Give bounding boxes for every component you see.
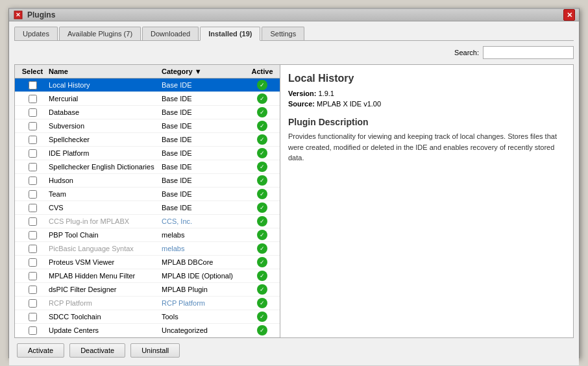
row-name: CVS (49, 204, 162, 212)
row-name: PicBasic Language Syntax (49, 245, 162, 252)
table-row[interactable]: IDE PlatformBase IDE✓ (15, 147, 280, 160)
plugin-name: Local History (288, 73, 565, 84)
active-check-icon: ✓ (257, 93, 267, 104)
row-checkbox[interactable] (16, 217, 49, 226)
table-row[interactable]: HudsonBase IDE✓ (15, 174, 280, 188)
row-checkbox[interactable] (16, 313, 49, 321)
active-check-icon: ✓ (257, 230, 267, 240)
active-check-icon: ✓ (257, 298, 267, 308)
row-name: Spellchecker English Dictionaries (49, 163, 162, 171)
row-active: ✓ (246, 107, 278, 117)
row-active: ✓ (246, 162, 278, 172)
row-active: ✓ (246, 175, 278, 186)
deactivate-button[interactable]: Deactivate (69, 343, 125, 358)
row-active: ✓ (246, 189, 278, 199)
row-checkbox[interactable] (16, 81, 49, 90)
row-checkbox[interactable] (16, 177, 49, 185)
table-row[interactable]: Spellchecker English DictionariesBase ID… (15, 160, 280, 174)
version-label: Version: (288, 90, 316, 97)
source-label: Source: (288, 100, 315, 108)
row-checkbox[interactable] (16, 286, 49, 294)
table-row[interactable]: SpellcheckerBase IDE✓ (15, 133, 280, 147)
row-category: Base IDE (162, 108, 246, 116)
row-name: IDE Platform (49, 149, 162, 157)
row-category: Base IDE (162, 122, 246, 130)
row-name: SDCC Toolchain (49, 313, 162, 321)
tab-settings[interactable]: Settings (262, 27, 304, 40)
table-row[interactable]: DatabaseBase IDE✓ (15, 106, 280, 119)
plugin-version: Version: 1.9.1 (288, 90, 565, 97)
row-checkbox[interactable] (16, 163, 49, 171)
row-category: Tools (162, 313, 246, 321)
row-checkbox[interactable] (16, 231, 49, 239)
table-row[interactable]: CCS Plug-in for MPLABXCCS, Inc.✓ (15, 215, 280, 228)
table-header: Select Name Category ▼ Active (15, 65, 280, 79)
row-category: Base IDE (162, 190, 246, 198)
table-row[interactable]: MPLAB Hidden Menu FilterMPLAB IDE (Optio… (15, 269, 280, 283)
table-row[interactable]: TeamBase IDE✓ (15, 188, 280, 201)
table-row[interactable]: dsPIC Filter DesignerMPLAB Plugin✓ (15, 283, 280, 297)
table-row[interactable]: PBP Tool Chainmelabs✓ (15, 228, 280, 242)
active-check-icon: ✓ (257, 284, 267, 295)
description-title: Plugin Description (288, 117, 565, 127)
search-label: Search: (454, 49, 479, 56)
table-row[interactable]: PicBasic Language Syntaxmelabs✓ (15, 242, 280, 256)
activate-button[interactable]: Activate (17, 343, 64, 358)
table-row[interactable]: Local HistoryBase IDE✓ (15, 79, 280, 92)
tab-installed[interactable]: Installed (19) (200, 27, 260, 41)
row-checkbox[interactable] (16, 272, 49, 280)
active-check-icon: ✓ (257, 325, 267, 336)
table-body: Local HistoryBase IDE✓MercurialBase IDE✓… (15, 79, 280, 337)
active-check-icon: ✓ (257, 271, 267, 281)
uninstall-button[interactable]: Uninstall (130, 343, 180, 358)
row-name: Local History (49, 81, 162, 89)
active-check-icon: ✓ (257, 257, 267, 267)
tab-available[interactable]: Available Plugins (7) (59, 27, 141, 40)
tab-downloaded[interactable]: Downloaded (142, 27, 199, 40)
tab-updates[interactable]: Updates (14, 27, 58, 40)
row-checkbox[interactable] (16, 204, 49, 212)
row-checkbox[interactable] (16, 122, 49, 130)
row-checkbox[interactable] (16, 149, 49, 158)
row-category: Base IDE (162, 163, 246, 171)
plugins-window: ✕ Plugins ✕ Updates Available Plugins (7… (8, 8, 580, 358)
row-name: Hudson (49, 177, 162, 184)
active-check-icon: ✓ (257, 189, 267, 199)
row-category: MPLAB DBCore (162, 258, 246, 266)
table-row[interactable]: SubversionBase IDE✓ (15, 119, 280, 133)
header-category[interactable]: Category ▼ (162, 67, 246, 75)
row-active: ✓ (246, 148, 278, 158)
table-row[interactable]: MercurialBase IDE✓ (15, 92, 280, 106)
table-row[interactable]: Update CentersUncategorized✓ (15, 324, 280, 337)
row-name: Subversion (49, 122, 162, 130)
table-row[interactable]: Proteus VSM ViewerMPLAB DBCore✓ (15, 256, 280, 269)
row-active: ✓ (246, 80, 278, 90)
row-name: Spellchecker (49, 136, 162, 143)
close-button[interactable]: ✕ (563, 9, 575, 21)
source-value: MPLAB X IDE v1.00 (317, 100, 381, 108)
search-input[interactable] (483, 46, 574, 59)
title-bar: ✕ Plugins ✕ (9, 9, 579, 21)
active-check-icon: ✓ (257, 175, 267, 186)
row-checkbox[interactable] (16, 136, 49, 144)
content-area: Updates Available Plugins (7) Downloaded… (9, 21, 579, 365)
table-row[interactable]: SDCC ToolchainTools✓ (15, 310, 280, 324)
row-name: Mercurial (49, 95, 162, 103)
row-active: ✓ (246, 311, 278, 322)
row-checkbox[interactable] (16, 299, 49, 308)
row-category: Base IDE (162, 81, 246, 89)
row-name: RCP Platform (49, 299, 162, 307)
row-checkbox[interactable] (16, 190, 49, 199)
row-category: MPLAB IDE (Optional) (162, 272, 246, 280)
row-checkbox[interactable] (16, 108, 49, 117)
row-checkbox[interactable] (16, 326, 49, 335)
active-check-icon: ✓ (257, 311, 267, 322)
row-name: CCS Plug-in for MPLABX (49, 217, 162, 225)
row-checkbox[interactable] (16, 95, 49, 103)
row-active: ✓ (246, 216, 278, 226)
plugin-table: Select Name Category ▼ Active Local Hist… (14, 64, 280, 338)
row-checkbox[interactable] (16, 245, 49, 253)
table-row[interactable]: CVSBase IDE✓ (15, 201, 280, 215)
table-row[interactable]: RCP PlatformRCP Platform✓ (15, 297, 280, 310)
row-checkbox[interactable] (16, 258, 49, 267)
